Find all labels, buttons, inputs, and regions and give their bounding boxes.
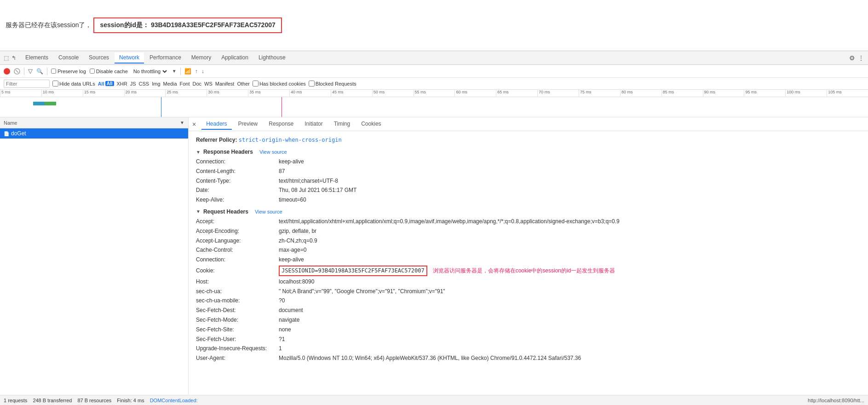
mark-45ms: 45 ms <box>331 90 372 97</box>
import-icon[interactable]: ↑ <box>195 68 198 75</box>
req-cache-control-name: Cache-Control: <box>196 246 279 254</box>
req-sec-fetch-user-row: Sec-Fetch-User: ?1 <box>196 335 861 344</box>
mark-100ms: 100 ms <box>785 90 827 97</box>
record-button[interactable] <box>4 68 10 75</box>
details-tab-timing[interactable]: Timing <box>329 119 355 130</box>
mark-105ms: 105 ms <box>827 90 868 97</box>
tab-elements[interactable]: Elements <box>21 52 53 64</box>
mark-25ms: 25 ms <box>165 90 207 97</box>
resp-content-type-value: text/html;charset=UTF-8 <box>279 177 338 185</box>
details-tab-headers[interactable]: Headers <box>201 119 231 130</box>
throttle-select[interactable]: No throttling Fast 3G Slow 3G <box>132 68 168 75</box>
tab-sources[interactable]: Sources <box>84 52 114 64</box>
request-list-header: Name ▼ <box>0 117 188 128</box>
dom-content-link[interactable]: DOMContentLoaded: <box>150 398 198 403</box>
req-sec-ch-ua-mobile-row: sec-ch-ua-mobile: ?0 <box>196 296 861 306</box>
devtools-panel: ⬚ ↰ Elements Console Sources Network Per… <box>0 51 868 405</box>
page-content: 服务器已经存在该session了， session的id是： 93B4D198A… <box>0 0 868 51</box>
details-tab-cookies[interactable]: Cookies <box>356 119 385 130</box>
more-icon[interactable]: ⋮ <box>858 54 864 62</box>
devtools-tabs-right: ⚙ ⋮ <box>849 54 864 62</box>
table-row[interactable]: 📄 doGet <box>0 128 188 139</box>
details-tab-initiator[interactable]: Initiator <box>300 119 327 130</box>
mark-20ms: 20 ms <box>124 90 166 97</box>
timeline: 5 ms 10 ms 15 ms 20 ms 25 ms 30 ms 35 ms… <box>0 90 868 117</box>
tab-console[interactable]: Console <box>54 52 83 64</box>
resp-keepalive-value: timeout=60 <box>279 196 306 204</box>
search-icon[interactable]: 🔍 <box>36 68 43 75</box>
details-tab-preview[interactable]: Preview <box>234 119 263 130</box>
filter-all[interactable]: All All <box>98 81 114 87</box>
request-toggle-icon[interactable]: ▼ <box>196 209 201 214</box>
req-connection-name: Connection: <box>196 256 279 264</box>
transferred-size: 248 B transferred <box>33 398 72 403</box>
resp-connection-row: Connection: keep-alive <box>196 157 861 167</box>
request-headers-label: Request Headers <box>203 208 248 215</box>
tab-performance[interactable]: Performance <box>145 52 186 64</box>
resources-size: 87 B resources <box>77 398 111 403</box>
req-sec-ch-ua-mobile-name: sec-ch-ua-mobile: <box>196 297 279 305</box>
filter-xhr[interactable]: XHR <box>117 81 127 87</box>
url-right: http://localhost:8090/htt... <box>808 398 864 403</box>
req-accept-encoding-name: Accept-Encoding: <box>196 227 279 235</box>
resp-content-type-row: Content-Type: text/html;charset=UTF-8 <box>196 176 861 186</box>
request-headers-list: Accept: text/html,application/xhtml+xml,… <box>196 217 861 363</box>
timeline-ruler: 5 ms 10 ms 15 ms 20 ms 25 ms 30 ms 35 ms… <box>0 90 868 97</box>
req-sec-fetch-mode-row: Sec-Fetch-Mode: navigate <box>196 315 861 325</box>
response-toggle-icon[interactable]: ▼ <box>196 150 201 155</box>
tab-lighthouse[interactable]: Lighthouse <box>254 52 290 64</box>
filter-doc[interactable]: Doc <box>193 81 202 87</box>
mark-10ms: 10 ms <box>41 90 83 97</box>
filter-input[interactable] <box>4 80 50 88</box>
req-connection-row: Connection: keep-alive <box>196 255 861 265</box>
filter-icon[interactable]: ▽ <box>28 68 33 75</box>
filter-other[interactable]: Other <box>237 81 250 87</box>
close-button[interactable]: × <box>192 121 196 128</box>
resp-date-row: Date: Thu, 08 Jul 2021 06:51:17 GMT <box>196 185 861 195</box>
req-sec-fetch-site-value: none <box>279 326 291 334</box>
preserve-log-checkbox[interactable]: Preserve log <box>51 69 86 74</box>
tab-application[interactable]: Application <box>217 52 253 64</box>
filter-ws[interactable]: WS <box>204 81 213 87</box>
cookie-annotation: 浏览器访问服务器是，会将存储在cookie中的session的id一起发生到服务… <box>433 267 615 275</box>
clear-button[interactable] <box>14 68 20 75</box>
request-list: Name ▼ 📄 doGet <box>0 117 189 395</box>
devtools-icon-2: ↰ <box>11 55 16 61</box>
req-cookie-name: Cookie: <box>196 267 279 275</box>
resp-connection-value: keep-alive <box>279 158 304 166</box>
req-connection-value: keep-alive <box>279 256 304 264</box>
status-bar: 1 requests 248 B transferred 87 B resour… <box>0 395 868 405</box>
filter-media[interactable]: Media <box>163 81 177 87</box>
settings-icon[interactable]: ⚙ <box>849 54 855 62</box>
req-accept-row: Accept: text/html,application/xhtml+xml,… <box>196 217 861 226</box>
export-icon[interactable]: ↓ <box>201 68 204 75</box>
request-view-source[interactable]: View source <box>255 209 282 214</box>
response-view-source[interactable]: View source <box>259 149 287 155</box>
tab-network[interactable]: Network <box>115 52 144 64</box>
details-tab-bar: × Headers Preview Response Initiator Tim… <box>189 117 868 131</box>
req-sec-fetch-site-name: Sec-Fetch-Site: <box>196 326 279 334</box>
filter-bar: Hide data URLs All All XHR JS CSS Img Me… <box>0 78 868 90</box>
resp-keepalive-row: Keep-Alive: timeout=60 <box>196 195 861 205</box>
req-accept-value: text/html,application/xhtml+xml,applicat… <box>279 218 620 226</box>
filter-blocked-requests[interactable]: Blocked Requests <box>309 81 356 87</box>
req-sec-fetch-user-name: Sec-Fetch-User: <box>196 336 279 343</box>
tab-memory[interactable]: Memory <box>187 52 216 64</box>
mark-5ms: 5 ms <box>0 90 41 97</box>
request-headers-title: ▼ Request Headers View source <box>196 208 861 215</box>
filter-css[interactable]: CSS <box>139 81 149 87</box>
separator-1 <box>24 68 24 75</box>
filter-font[interactable]: Font <box>180 81 190 87</box>
filter-img[interactable]: Img <box>152 81 160 87</box>
hide-data-urls[interactable]: Hide data URLs <box>52 81 95 87</box>
session-label: session的id是： 93B4D198A33E5FC2F5FAF73EAC5… <box>100 21 275 29</box>
filter-blocked-cookies[interactable]: Has blocked cookies <box>253 81 306 87</box>
filter-manifest[interactable]: Manifest <box>215 81 235 87</box>
details-tab-response[interactable]: Response <box>264 119 298 130</box>
referrer-policy-row: Referrer Policy: strict-origin-when-cros… <box>196 135 861 145</box>
mark-40ms: 40 ms <box>289 90 331 97</box>
req-accept-encoding-row: Accept-Encoding: gzip, deflate, br <box>196 226 861 236</box>
req-accept-language-name: Accept-Language: <box>196 237 279 245</box>
disable-cache-checkbox[interactable]: Disable cache <box>90 69 128 74</box>
filter-js[interactable]: JS <box>130 81 136 87</box>
